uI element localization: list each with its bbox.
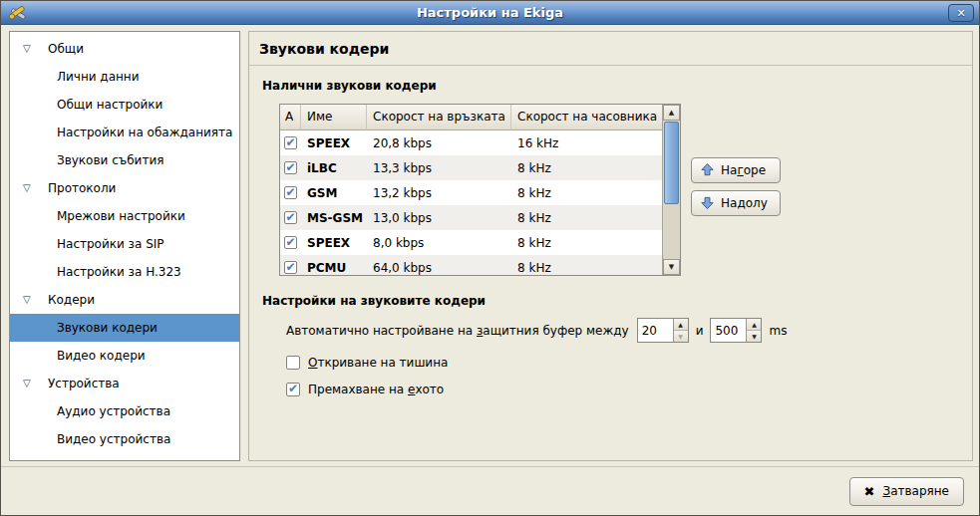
check-icon: ✔ [288, 383, 298, 394]
jitter-between-label: и [696, 324, 704, 338]
column-header-bitrate[interactable]: Скорост на връзката [367, 105, 511, 130]
sidebar-item-label: Устройства [48, 377, 120, 390]
jitter-buffer-row: Автоматично настройване на защитния буфе… [286, 318, 972, 343]
sidebar-item-codecs[interactable]: ▽ Кодери [10, 286, 239, 314]
expander-icon[interactable]: ▽ [23, 379, 41, 388]
sidebar-item-label: Настройки за H.323 [57, 265, 181, 279]
codec-enabled-checkbox[interactable]: ✔ [284, 136, 297, 149]
sidebar-item-sip-settings[interactable]: Настройки за SIP [10, 230, 239, 258]
spin-down-button[interactable]: ▼ [747, 330, 761, 342]
categories-tree: ▽ Общи Лични данни Общи настройки Настро… [9, 31, 240, 461]
sidebar-item-label: Кодери [48, 293, 95, 307]
check-icon: ✔ [285, 136, 295, 148]
silence-detection-checkbox[interactable] [286, 356, 300, 370]
table-row[interactable]: ✔ PCMU 64,0 kbps 8 kHz [280, 255, 662, 275]
echo-cancellation-checkbox[interactable]: ✔ [286, 383, 300, 396]
codec-enabled-checkbox[interactable]: ✔ [284, 186, 297, 199]
codecs-table-header: A Име Скорост на връзката Скорост на час… [280, 105, 662, 130]
scroll-up-button[interactable]: ▲ [663, 105, 680, 121]
silence-detection-row[interactable]: Откриване на тишина [286, 356, 972, 370]
codec-bitrate: 20,8 kbps [367, 136, 511, 150]
scroll-down-button[interactable]: ▼ [663, 259, 680, 275]
codec-bitrate: 13,2 kbps [367, 186, 511, 200]
sidebar-item-label: Настройки за SIP [57, 237, 164, 251]
codec-enabled-checkbox[interactable]: ✔ [284, 236, 297, 249]
sidebar-item-video-devices[interactable]: Видео устройства [10, 425, 239, 453]
sidebar-item-label: Аудио устройства [57, 404, 170, 418]
sidebar-item-h323-settings[interactable]: Настройки за H.323 [10, 258, 239, 286]
sidebar-item-protocols[interactable]: ▽ Протоколи [10, 174, 239, 202]
check-icon: ✔ [285, 261, 295, 273]
jitter-max-spinbox: ▲ ▼ [710, 318, 762, 343]
tools-icon [8, 3, 27, 22]
arrow-down-icon: ▼ [678, 334, 683, 340]
expander-icon[interactable]: ▽ [23, 44, 41, 54]
jitter-max-input[interactable] [711, 319, 746, 342]
table-row[interactable]: ✔ iLBC 13,3 kbps 8 kHz [280, 155, 662, 180]
spin-down-button[interactable]: ▼ [674, 330, 688, 342]
sidebar-item-label: Видео устройства [57, 432, 170, 446]
sidebar-item-video-codecs[interactable]: Видео кодери [10, 342, 239, 370]
silence-detection-label: Откриване на тишина [308, 356, 448, 370]
codec-enabled-checkbox[interactable]: ✔ [284, 211, 297, 224]
sidebar-item-general[interactable]: ▽ Общи [10, 35, 239, 63]
codec-bitrate: 13,3 kbps [367, 161, 511, 175]
close-button-label: Затваряне [882, 484, 949, 498]
table-scrollbar[interactable]: ▲ ▼ [662, 105, 680, 275]
sidebar-item-sound-events[interactable]: Звукови събития [10, 146, 239, 174]
table-row[interactable]: ✔ MS-GSM 13,0 kbps 8 kHz [280, 205, 662, 230]
codec-clockrate: 8 kHz [511, 186, 662, 200]
jitter-min-input[interactable] [638, 319, 673, 342]
move-down-button[interactable]: Надолу [691, 190, 781, 216]
expander-icon[interactable]: ▽ [23, 295, 41, 305]
sidebar-item-label: Мрежови настройки [57, 209, 185, 223]
codec-clockrate: 8 kHz [511, 211, 662, 225]
sidebar-item-audio-devices[interactable]: Аудио устройства [10, 397, 239, 425]
sidebar-item-label: Лични данни [57, 70, 140, 84]
spin-up-button[interactable]: ▲ [674, 319, 688, 330]
arrow-down-icon: ▼ [669, 264, 674, 271]
move-up-button[interactable]: Нагоре [691, 157, 781, 183]
sidebar-item-devices[interactable]: ▽ Устройства [10, 370, 239, 397]
sidebar-item-audio-codecs[interactable]: Звукови кодери [10, 314, 239, 342]
codec-clockrate: 8 kHz [511, 236, 662, 250]
column-header-clockrate[interactable]: Скорост на часовника [511, 105, 662, 130]
window-close-button[interactable]: ✕ [948, 4, 974, 22]
codecs-settings-section-label: Настройки на звуковите кодери [262, 294, 972, 308]
sidebar-item-general-settings[interactable]: Общи настройки [10, 91, 239, 119]
action-bar: ✖ Затваряне [1, 466, 979, 515]
sidebar-item-call-options[interactable]: Настройки на обажданията [10, 119, 239, 146]
table-row[interactable]: ✔ SPEEX 20,8 kbps 16 kHz [280, 130, 662, 155]
codec-enabled-checkbox[interactable]: ✔ [284, 261, 297, 274]
sidebar-item-network-settings[interactable]: Мрежови настройки [10, 202, 239, 230]
close-button[interactable]: ✖ Затваряне [849, 477, 964, 506]
sidebar-item-label: Протоколи [48, 181, 116, 195]
codec-name: SPEEX [301, 136, 367, 150]
arrow-up-icon: ▲ [678, 322, 683, 328]
jitter-min-spinbox: ▲ ▼ [637, 318, 689, 343]
titlebar[interactable]: Настройки на Ekiga ✕ [1, 1, 979, 25]
preferences-window: Настройки на Ekiga ✕ ▽ Общи Лични данни … [0, 0, 980, 516]
reorder-buttons: Нагоре Надолу [691, 157, 781, 216]
scrollbar-thumb[interactable] [664, 122, 679, 204]
table-row[interactable]: ✔ GSM 13,2 kbps 8 kHz [280, 180, 662, 205]
codec-name: MS-GSM [301, 211, 367, 225]
echo-cancellation-row[interactable]: ✔ Премахване на ехото [286, 383, 972, 396]
check-icon: ✔ [285, 211, 295, 223]
codec-enabled-checkbox[interactable]: ✔ [284, 161, 297, 174]
sidebar-item-label: Общи настройки [57, 98, 163, 112]
codec-clockrate: 8 kHz [511, 261, 662, 275]
spin-up-button[interactable]: ▲ [747, 319, 761, 330]
page-title: Звукови кодери [249, 32, 972, 66]
codec-name: GSM [301, 186, 367, 200]
move-down-label: Надолу [721, 196, 768, 210]
codec-name: SPEEX [301, 236, 367, 250]
expander-icon[interactable]: ▽ [23, 183, 41, 193]
sidebar-item-label: Звукови събития [57, 153, 163, 167]
sidebar-item-personal-data[interactable]: Лични данни [10, 63, 239, 91]
codec-bitrate: 64,0 kbps [367, 261, 511, 275]
table-row[interactable]: ✔ SPEEX 8,0 kbps 8 kHz [280, 230, 662, 255]
scrollbar-track[interactable] [663, 121, 680, 259]
column-header-active[interactable]: A [280, 105, 301, 130]
column-header-name[interactable]: Име [301, 105, 367, 130]
